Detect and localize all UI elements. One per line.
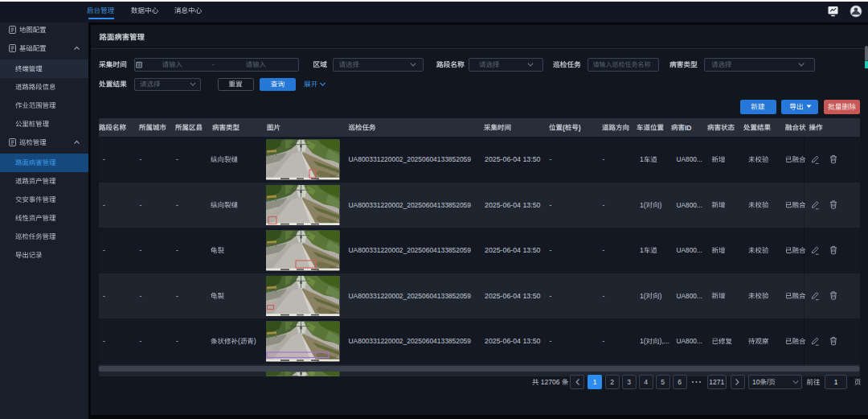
svg-text:1: 1 <box>834 378 838 386</box>
svg-text:/: / <box>767 378 769 386</box>
svg-text:),...: ),... <box>660 337 669 345</box>
svg-text:-: - <box>603 292 605 300</box>
svg-text:-: - <box>103 292 105 300</box>
svg-text:-: - <box>212 60 215 68</box>
svg-text:UA800...: UA800... <box>677 201 702 209</box>
svg-text:UA800...: UA800... <box>677 292 702 300</box>
svg-text:UA800331220002_202506041338520: UA800331220002_20250604133852059 <box>349 292 472 300</box>
svg-text:6: 6 <box>678 378 682 386</box>
svg-text:-: - <box>603 155 605 163</box>
svg-text:-: - <box>176 246 178 254</box>
svg-text:-: - <box>550 201 552 209</box>
svg-text:-: - <box>176 292 178 300</box>
svg-text:-: - <box>140 201 142 209</box>
svg-text:-: - <box>550 155 552 163</box>
svg-text:1(: 1( <box>640 201 646 209</box>
svg-text:2025-06-04 13:50: 2025-06-04 13:50 <box>485 337 541 345</box>
svg-text:5: 5 <box>661 378 665 386</box>
svg-text:-: - <box>140 155 142 163</box>
svg-text:-: - <box>550 292 552 300</box>
svg-text:1: 1 <box>640 246 644 254</box>
svg-text:2: 2 <box>610 378 614 386</box>
svg-text:4: 4 <box>644 378 648 386</box>
svg-text:-: - <box>550 246 552 254</box>
svg-text:1: 1 <box>593 378 597 386</box>
svg-text:2025-06-04 13:50: 2025-06-04 13:50 <box>485 201 541 209</box>
svg-text:-: - <box>550 337 552 345</box>
svg-text:-: - <box>176 155 178 163</box>
svg-text:UA800331220002_202506041338520: UA800331220002_20250604133852059 <box>349 337 472 345</box>
svg-text:10: 10 <box>752 378 760 386</box>
svg-text:-: - <box>176 337 178 345</box>
svg-text:-: - <box>103 155 105 163</box>
svg-text:): ) <box>254 337 256 345</box>
svg-text:-: - <box>176 201 178 209</box>
svg-text:(: ( <box>563 124 565 132</box>
svg-text:1(: 1( <box>640 292 646 300</box>
svg-text:1271: 1271 <box>709 378 724 386</box>
svg-text:2025-06-04 13:50: 2025-06-04 13:50 <box>485 246 541 254</box>
svg-text:-: - <box>140 292 142 300</box>
svg-text:UA800331220002_202506041338520: UA800331220002_20250604133852059 <box>349 246 472 254</box>
svg-text:(: ( <box>238 337 240 345</box>
svg-text:1: 1 <box>640 155 644 163</box>
svg-text:): ) <box>660 201 662 209</box>
svg-text:1(: 1( <box>640 337 646 345</box>
svg-text:12706: 12706 <box>541 378 560 386</box>
svg-text:-: - <box>103 246 105 254</box>
svg-text:UA800331220002_202506041338520: UA800331220002_20250604133852059 <box>349 201 472 209</box>
svg-text:UA800331220002_202506041338520: UA800331220002_20250604133852059 <box>349 155 472 163</box>
svg-text:-: - <box>103 337 105 345</box>
svg-text:UA800...: UA800... <box>677 246 702 254</box>
svg-text:-: - <box>603 201 605 209</box>
svg-text:-: - <box>103 201 105 209</box>
svg-text:-: - <box>140 246 142 254</box>
svg-text:UA800...: UA800... <box>677 155 702 163</box>
svg-text:): ) <box>660 292 662 300</box>
svg-text:2025-06-04 13:50: 2025-06-04 13:50 <box>485 292 541 300</box>
svg-text:UA800...: UA800... <box>677 337 702 345</box>
svg-text:2025-06-04 13:50: 2025-06-04 13:50 <box>485 155 541 163</box>
svg-text:-: - <box>140 337 142 345</box>
svg-text:): ) <box>579 124 581 132</box>
svg-text:-: - <box>603 246 605 254</box>
svg-text:ID: ID <box>685 124 692 132</box>
svg-text:3: 3 <box>627 378 631 386</box>
svg-text:-: - <box>603 337 605 345</box>
